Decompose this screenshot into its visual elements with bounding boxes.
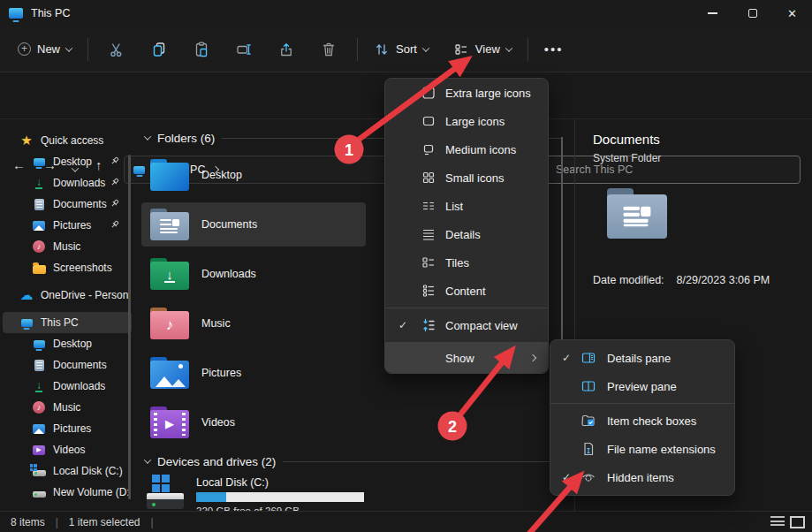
large-icons-icon bbox=[421, 113, 436, 129]
sidebar-item-downloads[interactable]: ↓ Downloads bbox=[0, 172, 134, 194]
sidebar-label: Music bbox=[53, 401, 80, 414]
menu-item-small-icons[interactable]: Small icons bbox=[385, 163, 548, 192]
submenu-item-preview-pane[interactable]: Preview pane bbox=[550, 372, 734, 400]
sidebar-item-pictures[interactable]: Pictures bbox=[0, 215, 134, 236]
sidebar-scrollbar[interactable] bbox=[128, 155, 131, 499]
this-pc-icon bbox=[19, 315, 34, 330]
menu-item-label: Compact view bbox=[445, 319, 518, 332]
drive-icon bbox=[147, 475, 186, 510]
submenu-item-item-check-boxes[interactable]: Item check boxes bbox=[550, 407, 734, 435]
tile-label: Documents bbox=[201, 218, 257, 231]
maximize-button[interactable] bbox=[732, 0, 772, 27]
close-button[interactable]: ✕ bbox=[772, 0, 812, 27]
folder-tile-downloads[interactable]: ↓ Downloads bbox=[141, 252, 366, 296]
toolbar-divider bbox=[87, 38, 88, 61]
folder-tile-documents[interactable]: Documents bbox=[141, 202, 366, 247]
sidebar-pc-item-documents[interactable]: Documents bbox=[0, 354, 134, 376]
star-icon: ★ bbox=[19, 133, 34, 148]
sort-button[interactable]: Sort bbox=[365, 36, 437, 63]
desktop-folder-icon bbox=[150, 163, 189, 191]
menu-item-label: Preview pane bbox=[607, 380, 677, 393]
music-icon: ♪ bbox=[32, 239, 46, 254]
view-button[interactable]: View bbox=[444, 36, 520, 63]
sidebar-pc-item-new-volume-d[interactable]: New Volume (D: bbox=[0, 482, 134, 503]
menu-item-label: Details pane bbox=[607, 352, 671, 365]
sidebar-label: Desktop bbox=[53, 338, 92, 350]
show-submenu: ✓ Details pane Preview pane Item check b… bbox=[550, 339, 735, 496]
menu-item-medium-icons[interactable]: Medium icons bbox=[385, 135, 548, 163]
pictures-icon bbox=[32, 422, 46, 436]
sidebar-item-documents[interactable]: Documents bbox=[0, 194, 134, 215]
documents-icon bbox=[32, 197, 46, 211]
see-more-button[interactable]: ••• bbox=[535, 42, 573, 57]
menu-item-compact-view[interactable]: ✓ Compact view bbox=[385, 311, 548, 339]
copy-icon bbox=[150, 41, 168, 58]
sidebar-item-onedrive[interactable]: ☁ OneDrive - Person bbox=[0, 285, 134, 306]
documents-folder-preview-icon bbox=[607, 194, 667, 239]
delete-button[interactable] bbox=[311, 34, 346, 65]
menu-item-label: Details bbox=[445, 228, 481, 241]
list-icon bbox=[421, 198, 436, 214]
submenu-item-file-name-extensions[interactable]: File name extensions bbox=[550, 435, 734, 463]
sidebar-label: Local Disk (C:) bbox=[53, 465, 123, 477]
copy-button[interactable] bbox=[141, 34, 177, 65]
cut-button[interactable] bbox=[99, 34, 134, 65]
sidebar-label: Quick access bbox=[41, 134, 103, 147]
menu-item-content[interactable]: Content bbox=[385, 277, 548, 305]
sidebar-pc-item-desktop[interactable]: Desktop bbox=[0, 333, 134, 354]
submenu-chevron-icon bbox=[529, 354, 536, 361]
drive-tile-local-disk-c[interactable]: Local Disk (C:) 220 GB free of 269 GB bbox=[141, 475, 570, 511]
menu-item-large-icons[interactable]: Large icons bbox=[385, 107, 548, 135]
icons-view-toggle[interactable] bbox=[790, 516, 805, 528]
tile-label: Downloads bbox=[201, 268, 256, 280]
sidebar-pc-item-music[interactable]: ♪ Music bbox=[0, 397, 134, 418]
drive-icon bbox=[32, 485, 46, 499]
chevron-down-icon bbox=[422, 44, 429, 51]
menu-item-label: Show bbox=[445, 352, 474, 365]
checkmark-icon: ✓ bbox=[396, 319, 410, 331]
title-bar: This PC ✕ bbox=[0, 0, 812, 27]
rename-button[interactable] bbox=[226, 34, 262, 65]
sidebar-pc-item-videos[interactable]: ▶ Videos bbox=[0, 439, 134, 460]
view-label: View bbox=[475, 42, 500, 56]
menu-separator bbox=[550, 403, 734, 404]
sidebar-pc-item-local-disk-c[interactable]: Local Disk (C:) bbox=[0, 460, 134, 482]
checkmark-icon: ✓ bbox=[559, 471, 573, 483]
sidebar-pc-item-downloads[interactable]: ↓ Downloads bbox=[0, 376, 134, 397]
minimize-button[interactable] bbox=[693, 0, 732, 27]
desktop-icon bbox=[32, 155, 46, 169]
sidebar-pc-item-pictures[interactable]: Pictures bbox=[0, 418, 134, 439]
sidebar-item-screenshots[interactable]: Screenshots bbox=[0, 257, 134, 278]
sidebar-label: Downloads bbox=[53, 380, 105, 392]
menu-item-details[interactable]: Details bbox=[385, 220, 548, 248]
sidebar-label: Pictures bbox=[53, 219, 91, 232]
folder-tile-videos[interactable]: ▶ Videos bbox=[141, 400, 366, 445]
menu-item-list[interactable]: List bbox=[385, 192, 548, 220]
submenu-item-hidden-items[interactable]: ✓ Hidden items bbox=[550, 463, 734, 491]
sidebar-item-desktop[interactable]: Desktop bbox=[0, 151, 134, 172]
menu-item-show[interactable]: Show bbox=[385, 343, 548, 373]
folder-tile-pictures[interactable]: Pictures bbox=[141, 351, 366, 395]
menu-item-label: Medium icons bbox=[445, 143, 516, 156]
new-button[interactable]: + New bbox=[9, 37, 80, 61]
details-icon bbox=[421, 226, 436, 242]
sidebar-label: Pictures bbox=[53, 422, 91, 435]
sidebar-item-quick-access[interactable]: ★ Quick access bbox=[0, 130, 134, 151]
folder-tile-music[interactable]: ♪ Music bbox=[141, 301, 366, 346]
command-bar: + New bbox=[0, 27, 812, 72]
menu-item-tiles[interactable]: Tiles bbox=[385, 248, 548, 277]
paste-button[interactable] bbox=[184, 34, 219, 65]
details-view-toggle[interactable] bbox=[770, 516, 785, 528]
devices-group-header[interactable]: Devices and drives (2) bbox=[145, 453, 570, 469]
videos-folder-icon: ▶ bbox=[150, 410, 189, 438]
sidebar-item-this-pc[interactable]: This PC bbox=[3, 312, 132, 333]
this-pc-icon bbox=[9, 8, 23, 19]
share-button[interactable] bbox=[269, 34, 304, 65]
submenu-item-details-pane[interactable]: ✓ Details pane bbox=[550, 344, 734, 372]
menu-item-label: List bbox=[445, 200, 463, 213]
sidebar-item-music[interactable]: ♪ Music bbox=[0, 236, 134, 257]
folder-tile-desktop[interactable]: Desktop bbox=[141, 153, 366, 197]
selection-count: 1 item selected bbox=[58, 516, 151, 528]
pin-icon bbox=[109, 177, 120, 188]
menu-item-extra-large-icons[interactable]: Extra large icons bbox=[385, 79, 548, 107]
